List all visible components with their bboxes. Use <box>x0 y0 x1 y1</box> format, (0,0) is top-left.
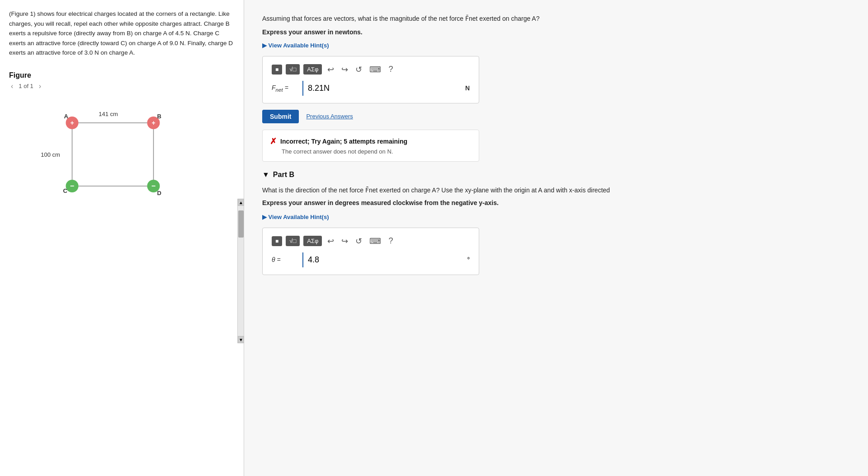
submit-row-a: Submit Previous Answers <box>262 110 850 123</box>
diagram-svg: 141 cm 100 cm + A + B − C − D <box>9 96 235 222</box>
answer-box-a: ■ √□ ΑΣφ ↩ ↪ ↺ ⌨ ? <box>262 56 479 103</box>
svg-text:100 cm: 100 cm <box>41 151 60 158</box>
keyboard-btn[interactable]: ⌨ <box>368 64 383 75</box>
greek-btn[interactable]: ΑΣφ <box>303 64 322 75</box>
answer-row-b: θ = ° <box>272 252 470 267</box>
error-title: ✗ Incorrect; Try Again; 5 attempts remai… <box>270 136 472 146</box>
answer-box-b: ■ √□ ΑΣφ ↩ ↪ ↺ ⌨ ? <box>262 228 479 275</box>
nav-next-button[interactable]: › <box>37 81 43 91</box>
matrix-btn[interactable]: ■ <box>272 65 282 75</box>
scroll-up-arrow[interactable]: ▲ <box>238 199 244 206</box>
question-text: Assuming that forces are vectors, what i… <box>262 14 850 37</box>
svg-text:C: C <box>63 187 68 194</box>
undo-btn[interactable]: ↩ <box>326 64 336 75</box>
answer-label-a: Fnet = <box>272 84 299 93</box>
svg-text:A: A <box>64 113 69 120</box>
hint-link[interactable]: ▶ View Available Hint(s) <box>262 42 850 49</box>
answer-input-a[interactable] <box>302 81 462 96</box>
answer-unit-b: ° <box>467 256 470 263</box>
part-b-question: What is the direction of the net force F… <box>262 185 850 208</box>
error-icon: ✗ <box>270 136 277 146</box>
greek-btn-b[interactable]: ΑΣφ <box>303 236 322 246</box>
svg-text:−: − <box>70 182 74 190</box>
nav-current: 1 of 1 <box>19 83 33 89</box>
scroll-bar[interactable]: ▲ ▼ <box>237 199 244 343</box>
submit-button[interactable]: Submit <box>262 110 299 123</box>
undo-btn-b[interactable]: ↩ <box>326 235 336 247</box>
part-b-label: Part B <box>273 171 294 179</box>
part-b-collapse-icon: ▼ <box>262 171 269 179</box>
sqrt-btn-b[interactable]: √□ <box>286 236 300 246</box>
matrix-btn-b[interactable]: ■ <box>272 236 282 246</box>
svg-text:−: − <box>151 182 156 190</box>
problem-text: (Figure 1) shows four electrical charges… <box>9 9 235 58</box>
answer-unit-a: N <box>465 84 470 92</box>
previous-answers-link[interactable]: Previous Answers <box>306 113 353 120</box>
svg-text:+: + <box>70 119 74 126</box>
error-detail: The correct answer does not depend on N. <box>282 148 472 155</box>
right-panel: Assuming that forces are vectors, what i… <box>244 0 868 476</box>
answer-row-a: Fnet = N <box>272 81 470 96</box>
figure-label: Figure <box>9 62 235 79</box>
part-b-express-label: Express your answer in degrees measured … <box>262 198 850 208</box>
svg-text:141 cm: 141 cm <box>99 111 118 117</box>
toolbar-a: ■ √□ ΑΣφ ↩ ↪ ↺ ⌨ ? <box>272 64 470 75</box>
svg-text:B: B <box>157 113 161 120</box>
answer-input-b[interactable] <box>302 252 463 267</box>
reset-btn-b[interactable]: ↺ <box>354 235 364 247</box>
figure-diagram: 141 cm 100 cm + A + B − C − D <box>9 96 235 467</box>
answer-label-b: θ = <box>272 256 299 263</box>
redo-btn-b[interactable]: ↪ <box>340 235 350 247</box>
hint-link-b[interactable]: ▶ View Available Hint(s) <box>262 214 850 220</box>
figure-nav: ‹ 1 of 1 › <box>9 81 235 91</box>
nav-prev-button[interactable]: ‹ <box>9 81 15 91</box>
svg-text:D: D <box>157 190 161 196</box>
left-panel: (Figure 1) shows four electrical charges… <box>0 0 244 476</box>
error-box: ✗ Incorrect; Try Again; 5 attempts remai… <box>262 130 479 162</box>
toolbar-b: ■ √□ ΑΣφ ↩ ↪ ↺ ⌨ ? <box>272 235 470 247</box>
reset-btn[interactable]: ↺ <box>354 64 364 75</box>
help-btn[interactable]: ? <box>387 64 395 75</box>
svg-text:+: + <box>151 119 155 126</box>
help-btn-b[interactable]: ? <box>387 235 395 247</box>
express-label: Express your answer in newtons. <box>262 27 850 37</box>
redo-btn[interactable]: ↪ <box>340 64 350 75</box>
scroll-down-arrow[interactable]: ▼ <box>238 336 244 343</box>
part-b-header[interactable]: ▼ Part B <box>262 171 850 179</box>
scroll-thumb[interactable] <box>238 210 244 238</box>
keyboard-btn-b[interactable]: ⌨ <box>368 235 383 247</box>
sqrt-btn[interactable]: √□ <box>286 64 300 75</box>
